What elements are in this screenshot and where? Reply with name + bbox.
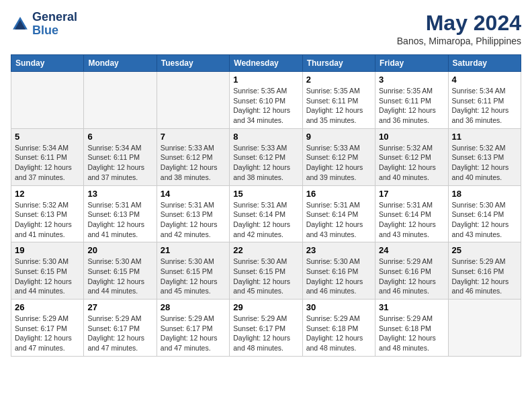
calendar-cell: 26Sunrise: 5:29 AM Sunset: 6:17 PM Dayli…	[11, 300, 84, 357]
calendar-week-row: 26Sunrise: 5:29 AM Sunset: 6:17 PM Dayli…	[11, 300, 521, 357]
day-number: 31	[379, 302, 444, 312]
calendar-cell: 22Sunrise: 5:30 AM Sunset: 6:15 PM Dayli…	[230, 242, 302, 300]
day-number: 5	[15, 132, 80, 142]
calendar-cell: 23Sunrise: 5:30 AM Sunset: 6:16 PM Dayli…	[302, 242, 375, 300]
calendar-cell: 9Sunrise: 5:33 AM Sunset: 6:12 PM Daylig…	[302, 128, 375, 185]
day-number: 30	[306, 302, 371, 312]
day-info: Sunrise: 5:30 AM Sunset: 6:15 PM Dayligh…	[87, 257, 152, 296]
day-info: Sunrise: 5:32 AM Sunset: 6:13 PM Dayligh…	[452, 143, 517, 183]
calendar-cell: 11Sunrise: 5:32 AM Sunset: 6:13 PM Dayli…	[448, 128, 521, 185]
calendar-cell	[157, 72, 229, 129]
calendar-cell: 10Sunrise: 5:32 AM Sunset: 6:12 PM Dayli…	[375, 128, 448, 185]
day-info: Sunrise: 5:29 AM Sunset: 6:17 PM Dayligh…	[233, 314, 298, 353]
day-info: Sunrise: 5:30 AM Sunset: 6:14 PM Dayligh…	[452, 200, 517, 240]
calendar-cell	[84, 72, 157, 129]
day-info: Sunrise: 5:31 AM Sunset: 6:14 PM Dayligh…	[379, 200, 444, 240]
calendar-cell: 15Sunrise: 5:31 AM Sunset: 6:14 PM Dayli…	[230, 185, 302, 242]
calendar-cell: 17Sunrise: 5:31 AM Sunset: 6:14 PM Dayli…	[375, 185, 448, 242]
day-info: Sunrise: 5:31 AM Sunset: 6:13 PM Dayligh…	[161, 200, 226, 240]
day-info: Sunrise: 5:35 AM Sunset: 6:11 PM Dayligh…	[379, 86, 444, 126]
calendar-cell: 14Sunrise: 5:31 AM Sunset: 6:13 PM Dayli…	[157, 185, 229, 242]
day-info: Sunrise: 5:33 AM Sunset: 6:12 PM Dayligh…	[306, 143, 371, 183]
calendar-week-row: 5Sunrise: 5:34 AM Sunset: 6:11 PM Daylig…	[11, 128, 521, 185]
day-number: 11	[452, 132, 517, 142]
day-info: Sunrise: 5:29 AM Sunset: 6:17 PM Dayligh…	[87, 314, 152, 353]
calendar-cell: 30Sunrise: 5:29 AM Sunset: 6:18 PM Dayli…	[302, 300, 375, 357]
day-info: Sunrise: 5:29 AM Sunset: 6:16 PM Dayligh…	[452, 257, 517, 296]
calendar-cell	[11, 72, 84, 129]
day-info: Sunrise: 5:34 AM Sunset: 6:11 PM Dayligh…	[452, 86, 517, 126]
column-header-wednesday: Wednesday	[230, 55, 302, 72]
day-number: 19	[15, 245, 80, 255]
day-number: 3	[379, 75, 444, 85]
calendar-cell: 4Sunrise: 5:34 AM Sunset: 6:11 PM Daylig…	[448, 72, 521, 129]
calendar-cell: 29Sunrise: 5:29 AM Sunset: 6:17 PM Dayli…	[230, 300, 302, 357]
calendar-week-row: 1Sunrise: 5:35 AM Sunset: 6:10 PM Daylig…	[11, 72, 521, 129]
calendar-cell: 20Sunrise: 5:30 AM Sunset: 6:15 PM Dayli…	[84, 242, 157, 300]
day-info: Sunrise: 5:31 AM Sunset: 6:13 PM Dayligh…	[87, 200, 152, 240]
day-info: Sunrise: 5:34 AM Sunset: 6:11 PM Dayligh…	[15, 143, 80, 183]
logo-icon	[11, 15, 30, 34]
column-header-sunday: Sunday	[11, 55, 84, 72]
calendar-cell: 25Sunrise: 5:29 AM Sunset: 6:16 PM Dayli…	[448, 242, 521, 300]
day-number: 24	[379, 245, 444, 255]
location-subtitle: Banos, Mimaropa, Philippines	[397, 36, 521, 46]
calendar-table: SundayMondayTuesdayWednesdayThursdayFrid…	[11, 54, 521, 357]
day-info: Sunrise: 5:35 AM Sunset: 6:11 PM Dayligh…	[306, 86, 371, 126]
calendar-cell: 21Sunrise: 5:30 AM Sunset: 6:15 PM Dayli…	[157, 242, 229, 300]
day-number: 20	[87, 245, 152, 255]
day-number: 17	[379, 189, 444, 199]
calendar-cell: 8Sunrise: 5:33 AM Sunset: 6:12 PM Daylig…	[230, 128, 302, 185]
day-info: Sunrise: 5:29 AM Sunset: 6:16 PM Dayligh…	[379, 257, 444, 296]
day-number: 29	[233, 302, 298, 312]
day-number: 14	[161, 189, 226, 199]
day-info: Sunrise: 5:30 AM Sunset: 6:15 PM Dayligh…	[15, 257, 80, 296]
calendar-cell: 16Sunrise: 5:31 AM Sunset: 6:14 PM Dayli…	[302, 185, 375, 242]
day-number: 28	[161, 302, 226, 312]
day-number: 1	[233, 75, 298, 85]
day-number: 4	[452, 75, 517, 85]
calendar-cell	[448, 300, 521, 357]
calendar-cell: 27Sunrise: 5:29 AM Sunset: 6:17 PM Dayli…	[84, 300, 157, 357]
day-number: 8	[233, 132, 298, 142]
day-info: Sunrise: 5:29 AM Sunset: 6:18 PM Dayligh…	[379, 314, 444, 353]
calendar-cell: 31Sunrise: 5:29 AM Sunset: 6:18 PM Dayli…	[375, 300, 448, 357]
calendar-cell: 19Sunrise: 5:30 AM Sunset: 6:15 PM Dayli…	[11, 242, 84, 300]
calendar-cell: 13Sunrise: 5:31 AM Sunset: 6:13 PM Dayli…	[84, 185, 157, 242]
day-number: 27	[87, 302, 152, 312]
day-info: Sunrise: 5:31 AM Sunset: 6:14 PM Dayligh…	[233, 200, 298, 240]
column-header-saturday: Saturday	[448, 55, 521, 72]
title-block: May 2024 Banos, Mimaropa, Philippines	[397, 11, 521, 46]
calendar-cell: 3Sunrise: 5:35 AM Sunset: 6:11 PM Daylig…	[375, 72, 448, 129]
day-info: Sunrise: 5:30 AM Sunset: 6:15 PM Dayligh…	[161, 257, 226, 296]
month-year-title: May 2024	[397, 11, 521, 36]
day-number: 2	[306, 75, 371, 85]
day-number: 6	[87, 132, 152, 142]
column-header-monday: Monday	[84, 55, 157, 72]
calendar-cell: 28Sunrise: 5:29 AM Sunset: 6:17 PM Dayli…	[157, 300, 229, 357]
day-number: 10	[379, 132, 444, 142]
calendar-cell: 18Sunrise: 5:30 AM Sunset: 6:14 PM Dayli…	[448, 185, 521, 242]
day-info: Sunrise: 5:30 AM Sunset: 6:15 PM Dayligh…	[233, 257, 298, 296]
calendar-header-row: SundayMondayTuesdayWednesdayThursdayFrid…	[11, 55, 521, 72]
day-number: 22	[233, 245, 298, 255]
calendar-cell: 1Sunrise: 5:35 AM Sunset: 6:10 PM Daylig…	[230, 72, 302, 129]
day-info: Sunrise: 5:30 AM Sunset: 6:16 PM Dayligh…	[306, 257, 371, 296]
day-number: 13	[87, 189, 152, 199]
logo-text-blue: Blue	[32, 24, 77, 38]
day-number: 21	[161, 245, 226, 255]
day-number: 18	[452, 189, 517, 199]
day-info: Sunrise: 5:29 AM Sunset: 6:18 PM Dayligh…	[306, 314, 371, 353]
logo-text-general: General	[32, 11, 77, 24]
day-info: Sunrise: 5:29 AM Sunset: 6:17 PM Dayligh…	[161, 314, 226, 353]
calendar-cell: 5Sunrise: 5:34 AM Sunset: 6:11 PM Daylig…	[11, 128, 84, 185]
calendar-cell: 7Sunrise: 5:33 AM Sunset: 6:12 PM Daylig…	[157, 128, 229, 185]
day-info: Sunrise: 5:33 AM Sunset: 6:12 PM Dayligh…	[161, 143, 226, 183]
day-info: Sunrise: 5:35 AM Sunset: 6:10 PM Dayligh…	[233, 86, 298, 126]
day-number: 23	[306, 245, 371, 255]
calendar-cell: 2Sunrise: 5:35 AM Sunset: 6:11 PM Daylig…	[302, 72, 375, 129]
day-info: Sunrise: 5:31 AM Sunset: 6:14 PM Dayligh…	[306, 200, 371, 240]
day-number: 15	[233, 189, 298, 199]
day-info: Sunrise: 5:29 AM Sunset: 6:17 PM Dayligh…	[15, 314, 80, 353]
calendar-cell: 24Sunrise: 5:29 AM Sunset: 6:16 PM Dayli…	[375, 242, 448, 300]
